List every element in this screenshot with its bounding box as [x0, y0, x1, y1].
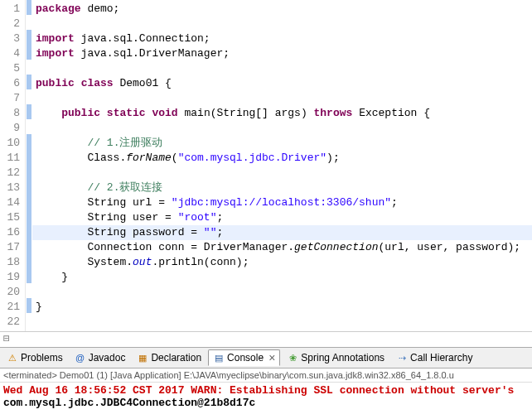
line-number: 12 [2, 166, 20, 181]
tab-javadoc[interactable]: @Javadoc [70, 350, 131, 365]
coverage-marker [27, 15, 31, 30]
close-icon[interactable]: × [266, 351, 275, 364]
coverage-marker [27, 104, 31, 119]
code-line[interactable]: String url = "jdbc:mysql://localhost:330… [36, 195, 532, 210]
code-area[interactable]: package demo;import java.sql.Connection;… [32, 0, 532, 331]
line-number: 15 [2, 210, 20, 225]
tab-label: Console [227, 352, 264, 364]
coverage-marker [27, 45, 31, 60]
code-line[interactable]: String password = ""; [32, 225, 532, 240]
console-output: Wed Aug 16 18:56:52 CST 2017 WARN: Estab… [0, 383, 532, 411]
code-line[interactable]: public static void main(String[] args) t… [36, 106, 532, 121]
code-line[interactable]: Connection conn = DriverManager.getConne… [36, 240, 532, 255]
line-number: 1 [2, 2, 20, 17]
coverage-marker [27, 75, 31, 89]
coverage-marker [27, 119, 31, 134]
code-line[interactable]: String user = "root"; [36, 210, 532, 225]
line-number: 7 [2, 91, 20, 106]
tab-label: Call Hierarchy [410, 352, 472, 364]
console-header: <terminated> Demo01 (1) [Java Applicatio… [0, 368, 532, 383]
coverage-marker [27, 209, 31, 224]
line-number: 10 [2, 136, 20, 151]
code-line[interactable] [36, 91, 532, 106]
coverage-marker [27, 283, 31, 298]
code-line[interactable]: } [36, 270, 532, 285]
line-number: 18 [2, 255, 20, 270]
coverage-marker [27, 268, 31, 283]
line-number-gutter: 12345678910111213141516171819202122 [0, 0, 26, 331]
code-line[interactable]: // 1.注册驱动 [36, 136, 532, 151]
code-line[interactable] [36, 61, 532, 76]
tab-console[interactable]: ▤Console× [208, 349, 280, 366]
console-line: com.mysql.jdbc.JDBC4Connection@21b8d17c [3, 397, 529, 409]
line-number: 2 [2, 17, 20, 31]
code-line[interactable]: public class Demo01 { [36, 76, 532, 91]
line-number: 8 [2, 106, 20, 121]
line-number: 13 [2, 181, 20, 195]
coverage-marker [27, 238, 31, 253]
line-number: 9 [2, 121, 20, 136]
bottom-tab-bar: ⚠Problems@Javadoc▦Declaration▤Console×❀S… [0, 347, 532, 368]
line-number: 22 [2, 315, 20, 330]
tab-label: Spring Annotations [301, 352, 384, 364]
coverage-marker [27, 179, 31, 194]
line-number: 14 [2, 195, 20, 210]
code-line[interactable]: Class.forName("com.mysql.jdbc.Driver"); [36, 151, 532, 166]
tab-spring[interactable]: ❀Spring Annotations [282, 350, 389, 365]
code-editor[interactable]: 12345678910111213141516171819202122 pack… [0, 0, 532, 332]
coverage-marker [27, 253, 31, 268]
line-number: 19 [2, 270, 20, 285]
line-number: 20 [2, 285, 20, 300]
coverage-marker [27, 313, 31, 328]
tab-callh[interactable]: ⇢Call Hierarchy [391, 350, 477, 365]
tab-label: Problems [21, 352, 63, 364]
coverage-marker [27, 224, 31, 238]
line-number: 5 [2, 61, 20, 76]
coverage-marker [27, 0, 31, 15]
code-line[interactable]: System.out.println(conn); [36, 255, 532, 270]
problems-icon: ⚠ [7, 352, 18, 364]
code-line[interactable]: import java.sql.Connection; [36, 31, 532, 46]
console-icon: ▤ [213, 352, 225, 364]
tab-label: Declaration [151, 352, 201, 364]
code-line[interactable]: import java.sql.DriverManager; [36, 46, 532, 61]
code-line[interactable] [36, 121, 532, 136]
coverage-marker [27, 89, 31, 104]
tab-label: Javadoc [89, 352, 126, 364]
line-number: 17 [2, 240, 20, 255]
coverage-marker [27, 164, 31, 179]
coverage-ruler [26, 0, 32, 331]
coverage-marker [27, 60, 31, 75]
spring-icon: ❀ [287, 352, 298, 364]
line-number: 3 [2, 31, 20, 46]
tab-problems[interactable]: ⚠Problems [2, 350, 68, 365]
javadoc-icon: @ [75, 352, 86, 364]
coverage-marker [27, 194, 31, 209]
code-line[interactable]: } [36, 300, 532, 315]
tab-declaration[interactable]: ▦Declaration [132, 350, 206, 365]
code-line[interactable] [36, 166, 532, 181]
code-line[interactable] [36, 17, 532, 31]
code-line[interactable] [36, 285, 532, 300]
coverage-marker [27, 134, 31, 149]
declaration-icon: ▦ [137, 352, 148, 364]
line-number: 16 [2, 225, 20, 240]
line-number: 6 [2, 76, 20, 91]
coverage-marker [27, 298, 31, 313]
code-line[interactable] [36, 315, 532, 330]
code-line[interactable]: // 2.获取连接 [36, 181, 532, 195]
coverage-marker [27, 149, 31, 164]
line-number: 4 [2, 46, 20, 61]
code-line[interactable]: package demo; [36, 2, 532, 17]
console-line: Wed Aug 16 18:56:52 CST 2017 WARN: Estab… [3, 384, 529, 397]
line-number: 11 [2, 151, 20, 166]
coverage-marker [27, 30, 31, 45]
fold-indicator[interactable]: ⊟ [0, 332, 532, 347]
callh-icon: ⇢ [396, 352, 408, 364]
line-number: 21 [2, 300, 20, 315]
